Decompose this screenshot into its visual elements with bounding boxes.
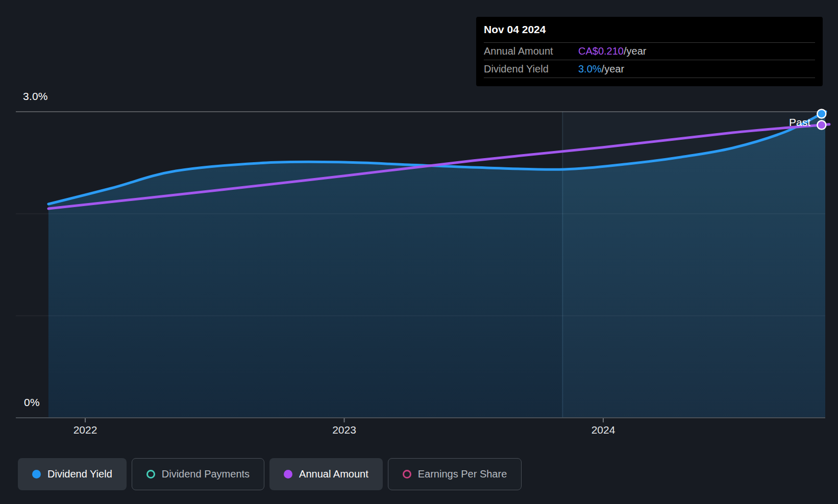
y-axis-label-max: 3.0% [23, 90, 48, 103]
tooltip-value-dividend-yield: 3.0% [578, 63, 602, 75]
legend-label: Earnings Per Share [418, 468, 507, 480]
annual-amount-dot-icon [284, 470, 292, 478]
legend-toggle-dividend-payments[interactable]: Dividend Payments [132, 458, 264, 490]
legend-label: Annual Amount [299, 468, 368, 480]
tooltip-value-suffix: /year [624, 45, 646, 57]
legend-toggle-dividend-yield[interactable]: Dividend Yield [18, 458, 127, 490]
tooltip-row-annual-amount: Annual Amount CA$0.210 /year [476, 43, 823, 60]
past-region-label: Past [789, 116, 810, 129]
earnings-per-share-ring-icon [403, 470, 411, 478]
legend-toggle-earnings-per-share[interactable]: Earnings Per Share [388, 458, 522, 490]
x-axis-label-2023: 2023 [332, 424, 356, 436]
tooltip-label: Dividend Yield [484, 63, 578, 75]
tooltip-divider [484, 78, 815, 78]
y-axis-label-min: 0% [24, 396, 40, 409]
dividend-yield-dot-icon [32, 470, 41, 478]
tooltip-value-annual-amount: CA$0.210 [578, 45, 624, 57]
legend-label: Dividend Yield [47, 468, 112, 480]
x-axis-label-2024: 2024 [591, 424, 615, 436]
tooltip-date: Nov 04 2024 [476, 17, 823, 42]
dividend-payments-ring-icon [146, 470, 155, 478]
chart-tooltip: Nov 04 2024 Annual Amount CA$0.210 /year… [476, 17, 823, 86]
chart-legend: Dividend Yield Dividend Payments Annual … [18, 458, 522, 490]
recent-period-highlight [562, 112, 825, 418]
tooltip-label: Annual Amount [484, 45, 578, 57]
dividend-history-chart: 3.0% 0% 2022 2023 2024 Past Nov 04 2024 … [0, 0, 838, 504]
legend-toggle-annual-amount[interactable]: Annual Amount [269, 458, 383, 490]
dividend-yield-endpoint-marker [817, 110, 826, 118]
legend-label: Dividend Payments [162, 468, 250, 480]
x-axis-label-2022: 2022 [73, 424, 97, 436]
annual-amount-endpoint-marker [817, 121, 826, 130]
tooltip-row-dividend-yield: Dividend Yield 3.0% /year [476, 60, 823, 78]
tooltip-value-suffix: /year [602, 63, 624, 75]
